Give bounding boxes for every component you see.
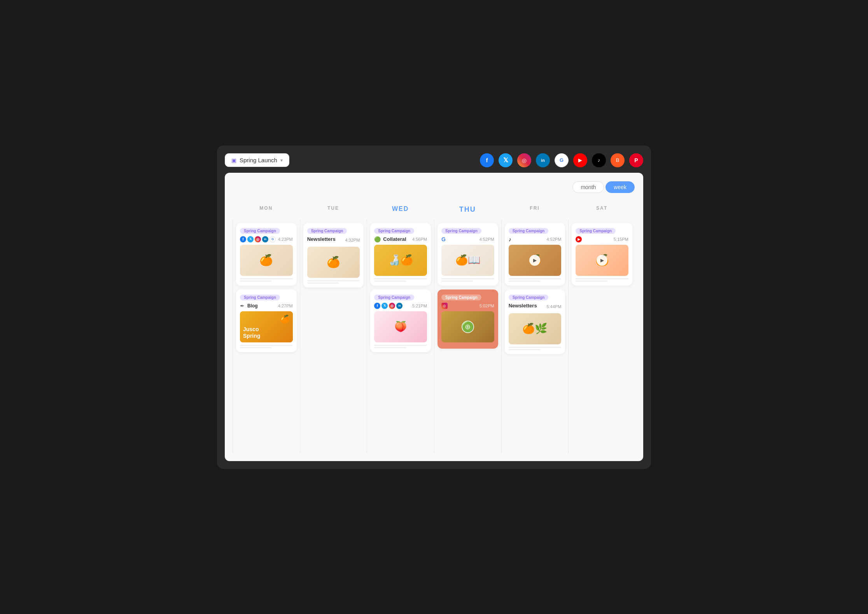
card-mon-1[interactable]: Spring Campaign f 𝕏 ◎ in G 4:23PM 🍊 bbox=[236, 223, 297, 286]
day-column-thu: Spring Campaign G 4:52PM 🍊📖 Sp bbox=[434, 220, 501, 453]
card-tag: Spring Campaign bbox=[509, 295, 549, 300]
card-header: G 4:52PM bbox=[441, 236, 494, 242]
card-tue-1[interactable]: Spring Campaign Newsletters 4:32PM 🍊 bbox=[303, 223, 364, 288]
day-header-fri: FRI bbox=[501, 202, 569, 220]
tiktok-icon[interactable]: ♪ bbox=[592, 153, 606, 167]
card-footer-line-2 bbox=[509, 281, 540, 282]
card-footer-line-2 bbox=[509, 349, 540, 350]
card-icons: G bbox=[441, 236, 446, 242]
go-mini-icon: G bbox=[270, 236, 276, 242]
project-icon: ▣ bbox=[231, 157, 236, 163]
card-footer-line bbox=[374, 278, 427, 279]
day-header-thu: THU bbox=[434, 202, 501, 220]
calendar-container: month week MON TUE WED THU FRI SAT Sprin… bbox=[225, 173, 643, 461]
google-icon[interactable]: G bbox=[555, 153, 569, 167]
blog-icon: ✒ bbox=[240, 303, 245, 309]
card-header: f 𝕏 ◎ in G 4:23PM bbox=[240, 236, 293, 242]
card-header: ✒ Blog 4:27PM bbox=[240, 303, 293, 309]
day-column-tue: Spring Campaign Newsletters 4:32PM 🍊 bbox=[300, 220, 367, 453]
card-time: 4:52PM bbox=[546, 237, 561, 242]
card-tag: Spring Campaign bbox=[307, 228, 347, 234]
day-header-mon: MON bbox=[233, 202, 300, 220]
ig-mini-icon: ◎ bbox=[389, 303, 395, 309]
day-header-tue: TUE bbox=[300, 202, 367, 220]
card-footer-line-2 bbox=[240, 281, 271, 282]
tiktok-icon-card: ♪ bbox=[509, 236, 511, 242]
card-title: Collateral bbox=[383, 236, 406, 242]
card-image: 🍊📖 bbox=[441, 245, 494, 276]
card-icons: ♪ bbox=[509, 236, 511, 242]
day-column-mon: Spring Campaign f 𝕏 ◎ in G 4:23PM 🍊 bbox=[233, 220, 300, 453]
day-column-wed: Spring Campaign 🟢 Collateral 4:56PM 🍶🍊 bbox=[367, 220, 434, 453]
card-fri-1[interactable]: Spring Campaign ♪ 4:52PM 🍊 ▶ bbox=[505, 223, 565, 286]
instagram-icon[interactable]: ◎ bbox=[517, 153, 531, 167]
card-footer-line bbox=[240, 345, 293, 346]
card-wed-2[interactable]: Spring Campaign f 𝕏 ◎ in 5:21PM 🍑 bbox=[370, 289, 431, 352]
card-image-wrapper: 🍊📖 bbox=[441, 245, 494, 276]
day-header-wed: WED bbox=[367, 202, 434, 220]
top-bar: ▣ Spring Launch ▾ f 𝕏 ◎ in G ▶ ♪ B P bbox=[225, 153, 643, 167]
card-wed-1[interactable]: Spring Campaign 🟢 Collateral 4:56PM 🍶🍊 bbox=[370, 223, 431, 286]
card-sat-1[interactable]: Spring Campaign ▶ 5:15PM 🍊 ▶ bbox=[572, 223, 632, 286]
pinterest-icon[interactable]: P bbox=[629, 153, 643, 167]
card-image: 🍶🍊 bbox=[374, 245, 427, 276]
card-thu-2[interactable]: Spring Campaign ◎ 5:02PM 🟢 ⊕ bbox=[438, 289, 498, 349]
card-thu-1[interactable]: Spring Campaign G 4:52PM 🍊📖 bbox=[438, 223, 498, 286]
fb-mini-icon: f bbox=[240, 236, 246, 242]
social-icons-bar: f 𝕏 ◎ in G ▶ ♪ B P bbox=[480, 153, 643, 167]
card-image: JuscoSpring 🍊 bbox=[240, 311, 293, 342]
card-image-wrapper: JuscoSpring 🍊 bbox=[240, 311, 293, 342]
card-footer-line-2 bbox=[576, 281, 607, 282]
card-footer-line bbox=[240, 278, 293, 279]
card-footer-line bbox=[374, 345, 427, 346]
card-icons: f 𝕏 ◎ in G bbox=[240, 236, 276, 242]
blog-text-overlay: JuscoSpring bbox=[243, 326, 260, 339]
facebook-icon[interactable]: f bbox=[480, 153, 494, 167]
project-selector[interactable]: ▣ Spring Launch ▾ bbox=[225, 153, 289, 167]
google-icon-card: G bbox=[441, 236, 446, 242]
card-time: 5:02PM bbox=[480, 303, 494, 308]
day-column-fri: Spring Campaign ♪ 4:52PM 🍊 ▶ bbox=[501, 220, 569, 453]
card-fri-2[interactable]: Spring Campaign Newsletters 5:44PM 🍊🌿 bbox=[505, 289, 565, 354]
card-icons: ✒ Blog bbox=[240, 303, 258, 309]
card-time: 4:52PM bbox=[480, 237, 494, 242]
card-footer-line-2 bbox=[441, 281, 473, 282]
day-header-sat: SAT bbox=[568, 202, 635, 220]
card-time: 5:15PM bbox=[614, 237, 628, 242]
blog-title: Blog bbox=[247, 303, 258, 309]
card-footer-line bbox=[441, 278, 494, 279]
card-footer-line-2 bbox=[374, 281, 406, 282]
ig-mini-icon: ◎ bbox=[441, 303, 448, 309]
twitter-icon[interactable]: 𝕏 bbox=[499, 153, 513, 167]
linkedin-icon[interactable]: in bbox=[536, 153, 550, 167]
card-title-row: 🟢 Collateral bbox=[374, 236, 406, 242]
card-time: 4:23PM bbox=[278, 237, 293, 242]
project-title: Spring Launch bbox=[240, 157, 277, 163]
card-header: Newsletters 4:32PM bbox=[307, 236, 360, 244]
card-footer-line bbox=[509, 347, 562, 348]
li-mini-icon: in bbox=[396, 303, 402, 309]
card-footer-line bbox=[509, 278, 562, 279]
card-mon-2[interactable]: Spring Campaign ✒ Blog 4:27PM JuscoSprin… bbox=[236, 289, 297, 352]
blogger-icon[interactable]: B bbox=[611, 153, 625, 167]
week-view-button[interactable]: week bbox=[606, 181, 635, 193]
card-image: 🍑 bbox=[374, 311, 427, 342]
add-icon: ⊕ bbox=[462, 321, 474, 333]
card-image-wrapper: 🍊 bbox=[240, 245, 293, 276]
card-image-wrapper: 🍊 bbox=[307, 247, 360, 278]
card-header: ♪ 4:52PM bbox=[509, 236, 562, 242]
month-view-button[interactable]: month bbox=[572, 181, 604, 193]
card-icons: ▶ bbox=[576, 236, 582, 242]
card-footer-line-2 bbox=[374, 347, 406, 348]
card-title: Newsletters bbox=[509, 303, 537, 309]
ig-mini-icon: ◎ bbox=[255, 236, 261, 242]
card-icons: f 𝕏 ◎ in bbox=[374, 303, 402, 309]
card-time: 4:27PM bbox=[278, 303, 293, 308]
card-time: 4:32PM bbox=[345, 238, 360, 242]
card-image: 🍊🌿 bbox=[509, 313, 562, 344]
tw-mini-icon: 𝕏 bbox=[247, 236, 254, 242]
card-image: 🍊 bbox=[307, 247, 360, 278]
play-icon: ▶ bbox=[597, 255, 607, 266]
card-tag: Spring Campaign bbox=[374, 295, 414, 300]
youtube-icon[interactable]: ▶ bbox=[573, 153, 587, 167]
